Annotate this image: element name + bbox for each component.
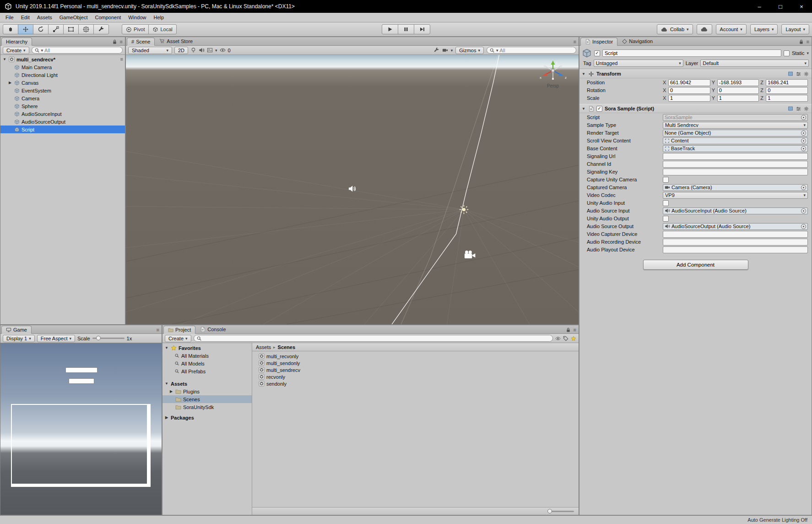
audio-source-input-object-field[interactable]: AudioSourceInput (Audio Source) <box>663 207 808 214</box>
minimize-button[interactable]: – <box>749 0 770 13</box>
foldout-arrow-icon[interactable]: ▶ <box>8 81 12 85</box>
breadcrumb-scenes[interactable]: Scenes <box>278 344 296 350</box>
foldout-arrow-icon[interactable]: ▶ <box>169 389 173 393</box>
hierarchy-scene-row[interactable]: ▼ multi_sendrecv* ≡ <box>0 55 125 63</box>
tab-asset-store[interactable]: Asset Store <box>155 37 197 45</box>
unity-audio-output-checkbox[interactable] <box>663 216 669 222</box>
custom-tool-button[interactable] <box>93 24 109 34</box>
render-target-object-field[interactable]: None (Game Object) <box>663 130 808 136</box>
account-dropdown[interactable]: Account ▾ <box>716 24 747 34</box>
base-content-object-field[interactable]: BaseTrack <box>663 145 808 152</box>
light-gizmo-icon[interactable] <box>459 204 469 215</box>
capture-unity-camera-checkbox[interactable] <box>663 177 669 183</box>
packages-root[interactable]: ▶ Packages <box>162 414 252 421</box>
help-icon[interactable] <box>788 106 793 111</box>
scene-visibility-icon[interactable] <box>220 47 226 53</box>
scale-slider-knob[interactable] <box>96 336 101 340</box>
component-enabled-checkbox[interactable] <box>596 106 602 112</box>
hierarchy-item-directional-light[interactable]: Directional Light <box>0 71 125 79</box>
projection-mode-label[interactable]: Persp <box>538 83 568 88</box>
scale-slider[interactable] <box>92 338 125 339</box>
close-button[interactable]: × <box>791 0 812 13</box>
draw-mode-dropdown[interactable]: Shaded ▾ <box>128 47 172 54</box>
presets-icon[interactable] <box>796 106 801 111</box>
play-button[interactable] <box>382 24 398 34</box>
layers-dropdown[interactable]: Layers ▾ <box>750 24 778 34</box>
favorite-all-materials[interactable]: All Materials <box>162 352 252 360</box>
object-picker-icon[interactable] <box>801 115 806 120</box>
menu-component[interactable]: Component <box>91 13 125 22</box>
menu-gameobject[interactable]: GameObject <box>56 13 92 22</box>
position-z-field[interactable] <box>766 79 808 86</box>
rotation-x-field[interactable] <box>668 87 710 94</box>
tab-project[interactable]: Project <box>163 326 195 334</box>
layer-dropdown[interactable]: Default ▾ <box>700 60 809 67</box>
pivot-toggle-button[interactable]: Pivot <box>122 24 149 34</box>
scale-x-field[interactable] <box>668 95 710 102</box>
lock-icon[interactable] <box>566 328 571 333</box>
search-by-type-icon[interactable] <box>555 336 561 341</box>
object-picker-icon[interactable] <box>801 185 806 190</box>
unity-audio-input-checkbox[interactable] <box>663 200 669 206</box>
position-y-field[interactable] <box>717 79 759 86</box>
script-object-field[interactable]: SoraSample <box>663 114 808 121</box>
tab-inspector[interactable]: Inspector <box>580 38 617 46</box>
hierarchy-item-camera[interactable]: Camera <box>0 94 125 102</box>
tab-navigation[interactable]: Navigation <box>618 37 657 45</box>
asset-multi-sendonly[interactable]: multi_sendonly <box>252 360 579 366</box>
transform-tool-button[interactable] <box>78 24 94 34</box>
scale-z-field[interactable] <box>766 95 808 102</box>
panel-menu-icon[interactable]: ≡ <box>574 328 576 333</box>
favorite-all-prefabs[interactable]: All Prefabs <box>162 367 252 375</box>
sora-sample-component-header[interactable]: ▼ Sora Sample (Script) <box>579 104 812 113</box>
menu-file[interactable]: File <box>2 13 17 22</box>
menu-window[interactable]: Window <box>125 13 150 22</box>
gear-icon[interactable] <box>804 106 809 111</box>
hierarchy-item-audiosourceinput[interactable]: AudioSourceInput <box>0 110 125 118</box>
hierarchy-item-sphere[interactable]: Sphere <box>0 102 125 110</box>
presets-icon[interactable] <box>796 71 801 76</box>
gameobject-name-field[interactable] <box>602 49 781 57</box>
audio-source-gizmo-icon[interactable] <box>348 185 356 193</box>
add-component-button[interactable]: Add Component <box>643 260 748 270</box>
rotation-z-field[interactable] <box>766 87 808 94</box>
scale-y-field[interactable] <box>717 95 759 102</box>
video-codec-dropdown[interactable]: VP9 ▾ <box>663 192 808 199</box>
maximize-button[interactable]: □ <box>770 0 791 13</box>
hierarchy-create-dropdown[interactable]: Create ▾ <box>3 47 29 54</box>
scene-viewport[interactable]: x y z Persp <box>126 55 579 324</box>
step-button[interactable] <box>414 24 430 34</box>
help-icon[interactable] <box>788 71 793 76</box>
collab-dropdown[interactable]: Collab ▾ <box>657 24 693 34</box>
search-by-label-icon[interactable] <box>563 336 568 341</box>
rect-tool-button[interactable] <box>63 24 79 34</box>
object-picker-icon[interactable] <box>801 138 806 143</box>
audio-source-output-object-field[interactable]: AudioSourceOutput (Audio Source) <box>663 223 808 230</box>
hierarchy-item-script[interactable]: Script <box>0 126 125 133</box>
hierarchy-item-eventsystem[interactable]: EventSystem <box>0 87 125 94</box>
pause-button[interactable] <box>398 24 414 34</box>
save-search-icon[interactable] <box>571 336 576 341</box>
sample-type-dropdown[interactable]: Multi Sendrecv ▾ <box>663 122 808 129</box>
rotation-y-field[interactable] <box>717 87 759 94</box>
position-x-field[interactable] <box>668 79 710 86</box>
scene-audio-icon[interactable] <box>199 47 205 53</box>
scale-tool-button[interactable] <box>48 24 64 34</box>
static-checkbox[interactable] <box>784 50 790 56</box>
lock-icon[interactable] <box>112 39 117 44</box>
asset-sendonly[interactable]: sendonly <box>252 380 579 387</box>
cloud-services-button[interactable] <box>697 24 712 34</box>
menu-assets[interactable]: Assets <box>33 13 56 22</box>
panel-menu-icon[interactable]: ≡ <box>120 39 123 44</box>
breadcrumb-assets[interactable]: Assets <box>256 344 271 350</box>
scene-search-input[interactable]: ▾ All <box>487 47 576 54</box>
channel-id-field[interactable] <box>663 161 808 168</box>
hierarchy-item-canvas[interactable]: ▶ Canvas <box>0 79 125 87</box>
scene-orientation-gizmo[interactable]: x y z <box>538 60 568 82</box>
folder-plugins[interactable]: ▶ Plugins <box>162 388 252 395</box>
folder-soraunitysdk[interactable]: SoraUnitySdk <box>162 403 252 411</box>
asset-multi-recvonly[interactable]: multi_recvonly <box>252 353 579 360</box>
foldout-arrow-icon[interactable]: ▶ <box>164 415 169 420</box>
hierarchy-item-audiosourceoutput[interactable]: AudioSourceOutput <box>0 118 125 126</box>
hierarchy-item-main-camera[interactable]: Main Camera <box>0 63 125 71</box>
